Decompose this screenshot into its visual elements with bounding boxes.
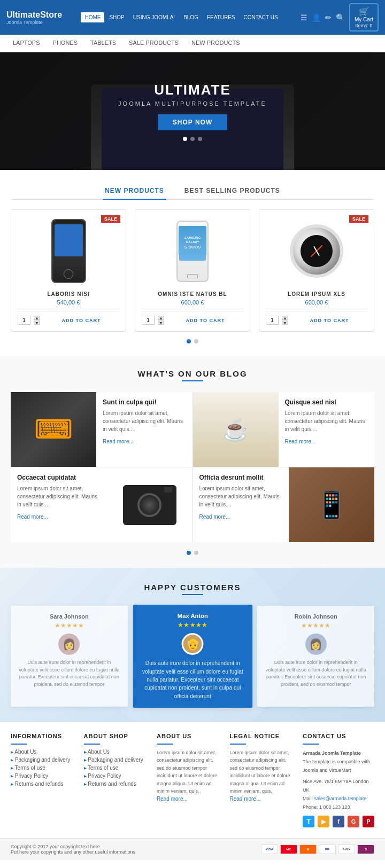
footer: INFORMATIONS About Us Packaging and deli… (0, 722, 385, 838)
nav-new[interactable]: NEW PRODUCTS (185, 35, 246, 52)
footer-underline-shop (84, 744, 100, 745)
product-dot-2[interactable] (194, 339, 198, 343)
google-icon[interactable]: G (348, 816, 359, 827)
read-more-3[interactable]: Read more... (17, 514, 48, 520)
blog-excerpt-3: Lorem ipsum dolor sit amet, consectetur … (17, 484, 101, 509)
nav-features[interactable]: FEATURES (203, 12, 239, 22)
testimonial-name-2: Max Anton (141, 612, 244, 619)
qty-up-1[interactable]: ▲ (34, 316, 40, 320)
shop-now-button[interactable]: SHOP NOW (158, 114, 227, 130)
testimonial-avatar-1: 👩 (58, 634, 80, 655)
tab-new-products[interactable]: NEW PRODUCTS (103, 183, 166, 200)
top-header: UltimateStore Joomla Template HOME SHOP … (0, 0, 385, 52)
cart-button[interactable]: 🛒 My Cart Items: 0 (349, 3, 379, 32)
blog-post-title-2: Quisque sed nisl (285, 398, 368, 406)
blog-item-2: ☕ Quisque sed nisl Lorem ipsum dolor sit… (193, 392, 375, 467)
product-name-3: LOREM IPSUM XLS (266, 291, 367, 297)
testimonial-avatar-3: 👩 (305, 634, 327, 655)
hero-dot-3[interactable] (198, 137, 202, 141)
qty-up-2[interactable]: ▲ (158, 316, 164, 320)
copyright-text: Copyright © 2017 your copyright text her… (11, 844, 135, 849)
qty-down-1[interactable]: ▼ (34, 320, 40, 325)
add-to-cart-3[interactable]: ADD TO CART (291, 318, 367, 323)
company-name: Armada Joomla Template (303, 749, 374, 757)
footer-link-about-2[interactable]: About Us (84, 749, 149, 755)
blog-section: WHAT'S ON OUR BLOG ⌨ Sunt in culpa qui! … (0, 356, 385, 568)
nav-sale[interactable]: SALE PRODUCTS (122, 35, 185, 52)
footer-title-legal: LEGAL NOTICE (230, 733, 295, 739)
twitter-icon[interactable]: 𝕋 (303, 816, 314, 827)
read-more-4[interactable]: Read more... (199, 514, 230, 520)
footer-link-delivery-2[interactable]: Packaging and delivery (84, 757, 149, 763)
company-compat: The template is compatible with Joomla a… (303, 757, 374, 775)
nav-contact[interactable]: CONTACT US (240, 12, 282, 22)
nav-blog[interactable]: BLOG (180, 12, 202, 22)
product-card-3: SALE LOREM IPSUM XLS 600,00 € ▲ ▼ ADD TO… (259, 209, 374, 332)
qty-up-3[interactable]: ▲ (282, 316, 288, 320)
hero-dot-2[interactable] (190, 137, 195, 141)
product-image-1 (18, 216, 119, 286)
footer-legal-readmore[interactable]: Read more... (230, 796, 261, 802)
blog-dot-2[interactable] (194, 551, 198, 555)
products-grid: SALE LABORIS NISI 540,00 € ▲ ▼ ADD TO CA… (11, 209, 374, 332)
hero-dot-1[interactable] (183, 137, 187, 141)
tab-best-selling[interactable]: BEST SELLING PRODUCTS (182, 183, 282, 200)
nav-home[interactable]: HOME (81, 12, 104, 22)
add-to-cart-1[interactable]: ADD TO CART (43, 318, 119, 323)
qty-down-3[interactable]: ▼ (282, 320, 288, 325)
footer-link-privacy-2[interactable]: Privacy Policy (84, 773, 149, 779)
person-phone-icon: 📱 (315, 489, 348, 520)
blog-excerpt-1: Lorem ipsum dolor sit amet, consectetur … (103, 409, 186, 433)
social-icons: 𝕋 ▶ f G P (303, 816, 374, 827)
read-more-2[interactable]: Read more... (285, 439, 316, 444)
footer-about-text: Lorem ipsum dolor sit amet, consectetur … (157, 749, 221, 795)
qty-input-1[interactable] (18, 316, 30, 325)
qty-down-2[interactable]: ▼ (158, 320, 164, 325)
footer-link-terms-2[interactable]: Terms of use (84, 765, 149, 771)
user-icon[interactable]: 👤 (312, 13, 321, 22)
add-to-cart-2[interactable]: ADD TO CART (167, 318, 243, 323)
footer-underline-legal (230, 744, 246, 745)
menu-icon[interactable]: ☰ (301, 13, 307, 22)
blog-item-1: ⌨ Sunt in culpa qui! Lorem ipsum dolor s… (11, 392, 192, 467)
logo[interactable]: UltimateStore Joomla Template (6, 10, 62, 25)
blog-text-2: Quisque sed nisl Lorem ipsum dolor sit a… (279, 392, 375, 467)
edit-icon[interactable]: ✏ (325, 13, 332, 22)
footer-title-about: ABOUT US (157, 733, 221, 739)
testimonial-card-3: Robin Johnson ★★★★★ 👩 Duis aute irure do… (257, 606, 374, 707)
footer-link-returns-1[interactable]: Returns and refunds (11, 781, 75, 787)
company-mail: Mail: sales@armada.template (303, 794, 374, 803)
footer-link-delivery-1[interactable]: Packaging and delivery (11, 757, 75, 763)
qty-input-3[interactable] (266, 316, 279, 325)
nav-phones[interactable]: PHONES (47, 35, 84, 52)
search-icon[interactable]: 🔍 (336, 13, 345, 22)
qty-input-2[interactable] (142, 316, 155, 325)
footer-about-readmore[interactable]: Read more... (157, 796, 188, 802)
cart-label: My Cart (355, 17, 373, 22)
hero-content: ULTIMATE JOOMLA MULTIPURPOSE TEMPLATE SH… (118, 82, 267, 130)
nav-joomla[interactable]: USING JOOMLA! (129, 12, 179, 22)
facebook-icon[interactable]: f (333, 816, 344, 827)
product-dot-1[interactable] (187, 339, 191, 343)
footer-link-privacy-1[interactable]: Privacy Policy (11, 773, 75, 779)
blog-dot-1[interactable] (187, 551, 191, 555)
nav-shop[interactable]: SHOP (105, 12, 128, 22)
footer-col-contact: CONTACT US Armada Joomla Template The te… (303, 733, 374, 827)
nav-laptops[interactable]: LAPTOPS (6, 35, 47, 52)
footer-link-terms-1[interactable]: Terms of use (11, 765, 75, 771)
sale-badge-3: SALE (349, 215, 368, 223)
footer-underline-info (11, 744, 27, 745)
footer-link-returns-2[interactable]: Returns and refunds (84, 781, 149, 787)
rss-icon[interactable]: ▶ (318, 816, 329, 827)
footer-link-about-1[interactable]: About Us (11, 749, 75, 755)
read-more-1[interactable]: Read more... (103, 439, 134, 444)
copyright-tagline: Put here your copyrights and any other u… (11, 849, 135, 855)
pinterest-icon[interactable]: P (363, 816, 374, 827)
testimonials-title: HAPPY CUSTOMERS (11, 583, 374, 592)
maestro-icon: M (299, 844, 317, 854)
mail-link[interactable]: sales@armada.template (314, 796, 367, 801)
nav-tablets[interactable]: TABLETS (84, 35, 122, 52)
blog-text-4: Officia desrunt mollit Lorem ipsum dolor… (193, 467, 289, 542)
camera-lens (137, 493, 161, 517)
product-price-1: 540,00 € (18, 299, 119, 306)
